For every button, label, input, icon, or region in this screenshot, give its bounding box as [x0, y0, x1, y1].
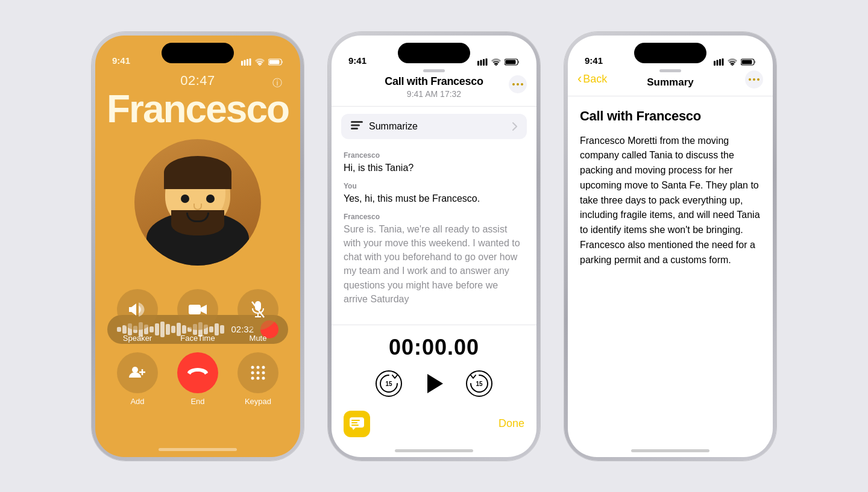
svg-rect-42: [351, 425, 359, 426]
svg-rect-27: [486, 58, 488, 66]
skip-back-icon: 15: [378, 373, 400, 394]
mute-circle: [237, 289, 278, 330]
back-button[interactable]: ‹ Back: [577, 72, 607, 87]
contact-name: Francesco: [107, 90, 289, 128]
signal-icon-3: [714, 58, 724, 66]
svg-point-32: [517, 83, 519, 86]
summarize-button[interactable]: Summarize: [341, 114, 527, 139]
svg-point-50: [749, 78, 751, 81]
chat-icon: [350, 417, 364, 431]
avatar: [134, 139, 261, 266]
end-label: End: [190, 397, 204, 406]
summary-page-title: Summary: [647, 76, 693, 89]
playback-time: 00:00.00: [389, 335, 479, 360]
svg-rect-6: [269, 60, 280, 64]
svg-point-22: [257, 376, 260, 379]
svg-point-31: [512, 83, 515, 86]
svg-point-12: [132, 367, 138, 373]
svg-point-21: [251, 376, 254, 379]
battery-icon-2: [505, 58, 520, 66]
mute-button[interactable]: Mute: [237, 289, 278, 343]
svg-text:15: 15: [476, 381, 483, 387]
keypad-button[interactable]: Keypad: [237, 352, 278, 406]
transcript-entry-0: Francesco Hi, is this Tania?: [344, 151, 524, 175]
play-button[interactable]: [419, 369, 449, 399]
controls-row-1: Speaker FaceTime Mute: [107, 289, 288, 343]
chat-icon-button[interactable]: [344, 411, 370, 437]
chevron-right-icon: [512, 122, 517, 131]
summarize-label: Summarize: [369, 121, 418, 132]
skip-back-button[interactable]: 15: [376, 370, 402, 397]
status-icons-1: [241, 58, 283, 66]
signal-icon: [241, 58, 251, 66]
svg-rect-2: [247, 59, 248, 66]
svg-rect-40: [351, 420, 360, 421]
more-button-2[interactable]: [509, 75, 527, 93]
call-content: ⓘ 02:47 Francesco: [95, 36, 300, 457]
more-button-3[interactable]: [745, 70, 763, 89]
end-button[interactable]: End: [177, 352, 218, 406]
summary-content: ‹ Back Summary Call with Francesco Franc…: [568, 36, 773, 457]
transcript-footer: Done: [332, 405, 536, 449]
battery-icon: [268, 58, 283, 66]
svg-point-16: [257, 366, 260, 369]
keypad-label: Keypad: [245, 397, 271, 406]
keypad-icon: [250, 365, 266, 381]
svg-rect-45: [719, 59, 721, 66]
svg-rect-30: [506, 60, 516, 64]
info-icon[interactable]: ⓘ: [269, 75, 286, 92]
svg-rect-35: [351, 124, 360, 126]
speaker-1: You: [344, 182, 524, 190]
end-circle: [177, 352, 218, 393]
end-call-icon: [187, 368, 208, 378]
svg-rect-24: [477, 61, 479, 66]
svg-rect-36: [351, 128, 358, 129]
status-icons-3: [714, 58, 756, 66]
back-label: Back: [583, 73, 607, 86]
svg-point-23: [262, 376, 265, 379]
transcript-title: Call with Francesco: [385, 75, 483, 88]
svg-point-17: [262, 366, 265, 369]
svg-rect-25: [480, 60, 482, 66]
keypad-circle: [237, 352, 278, 393]
wifi-icon: [255, 58, 265, 66]
svg-rect-34: [351, 121, 363, 123]
home-indicator-1: [159, 448, 237, 451]
add-button[interactable]: Add: [117, 352, 158, 406]
svg-point-15: [251, 366, 254, 369]
ellipsis-icon-2: [512, 83, 523, 86]
summary-body: Call with Francesco Francesco Moretti fr…: [568, 96, 773, 449]
text-2: Sure is. Tania, we're all ready to assis…: [344, 222, 524, 306]
svg-rect-43: [714, 61, 715, 66]
svg-rect-0: [241, 61, 243, 66]
text-0: Hi, is this Tania?: [344, 161, 524, 175]
signal-icon-2: [477, 58, 488, 66]
status-time-1: 9:41: [112, 55, 130, 66]
transcript-body: Francesco Hi, is this Tania? You Yes, hi…: [332, 146, 536, 325]
playback-section: 00:00.00 15: [332, 325, 536, 405]
summarize-icon: [351, 121, 363, 132]
chevron-left-icon: ‹: [577, 71, 582, 87]
battery-icon-3: [741, 58, 756, 66]
memoji-art: [137, 145, 258, 266]
dynamic-island-2: [398, 43, 470, 63]
skip-fwd-button[interactable]: 15: [466, 370, 492, 397]
svg-point-4: [259, 64, 261, 66]
add-label: Add: [130, 397, 144, 406]
mute-label: Mute: [250, 334, 267, 343]
svg-rect-41: [351, 422, 357, 423]
transcript-entry-1: You Yes, hi, this must be Francesco.: [344, 182, 524, 205]
speaker-button[interactable]: Speaker: [117, 289, 158, 343]
ellipsis-icon-3: [749, 78, 760, 81]
svg-point-19: [257, 371, 260, 374]
transcript-content: Call with Francesco 9:41 AM 17:32 Summar…: [332, 36, 536, 457]
phone-2-transcript: 9:41 Call with Francesco 9:41 AM 17:32: [328, 32, 540, 461]
skip-fwd-icon: 15: [468, 373, 490, 394]
summary-call-title: Call with Francesco: [580, 108, 761, 124]
done-button[interactable]: Done: [498, 417, 524, 430]
text-1: Yes, hi, this must be Francesco.: [344, 192, 524, 205]
home-indicator-2: [395, 449, 473, 452]
facetime-button[interactable]: FaceTime: [177, 289, 218, 343]
transcript-subtitle: 9:41 AM 17:32: [407, 89, 461, 99]
home-indicator-3: [631, 449, 709, 452]
